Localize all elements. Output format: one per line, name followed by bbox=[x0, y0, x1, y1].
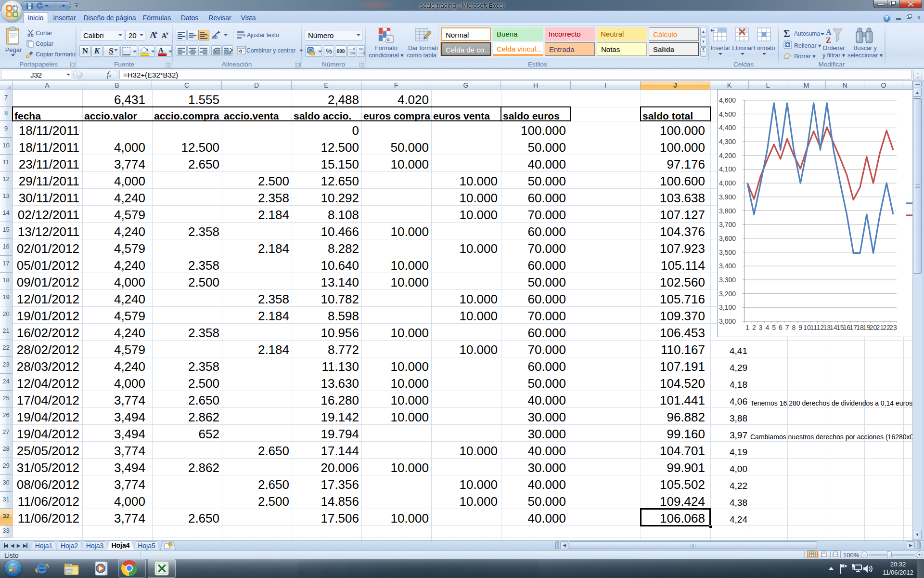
svg-text:4,100: 4,100 bbox=[719, 165, 736, 173]
svg-text:3,200: 3,200 bbox=[719, 290, 736, 298]
svg-text:3,500: 3,500 bbox=[719, 249, 736, 256]
svg-text:8: 8 bbox=[792, 324, 796, 331]
svg-text:3,600: 3,600 bbox=[719, 235, 736, 242]
svg-text:5: 5 bbox=[772, 324, 776, 331]
svg-text:4,400: 4,400 bbox=[719, 124, 736, 131]
svg-text:23: 23 bbox=[889, 324, 897, 331]
svg-text:2: 2 bbox=[752, 324, 756, 331]
svg-text:1: 1 bbox=[745, 324, 749, 331]
svg-text:3,700: 3,700 bbox=[719, 221, 736, 228]
svg-text:3,900: 3,900 bbox=[719, 193, 736, 201]
svg-text:3: 3 bbox=[759, 324, 763, 331]
svg-text:6: 6 bbox=[779, 324, 783, 331]
svg-text:4,500: 4,500 bbox=[719, 110, 736, 118]
svg-text:3,300: 3,300 bbox=[719, 276, 736, 284]
svg-text:4,200: 4,200 bbox=[719, 152, 736, 159]
svg-text:4,600: 4,600 bbox=[719, 96, 736, 104]
svg-text:3,800: 3,800 bbox=[719, 207, 736, 215]
svg-text:3,400: 3,400 bbox=[719, 262, 736, 270]
svg-text:4: 4 bbox=[765, 324, 769, 331]
svg-text:7: 7 bbox=[785, 324, 789, 331]
svg-text:9: 9 bbox=[798, 324, 802, 331]
svg-text:3,100: 3,100 bbox=[719, 303, 736, 311]
svg-text:3,000: 3,000 bbox=[719, 317, 736, 325]
svg-text:4,300: 4,300 bbox=[719, 138, 736, 145]
svg-text:4,000: 4,000 bbox=[719, 179, 736, 187]
